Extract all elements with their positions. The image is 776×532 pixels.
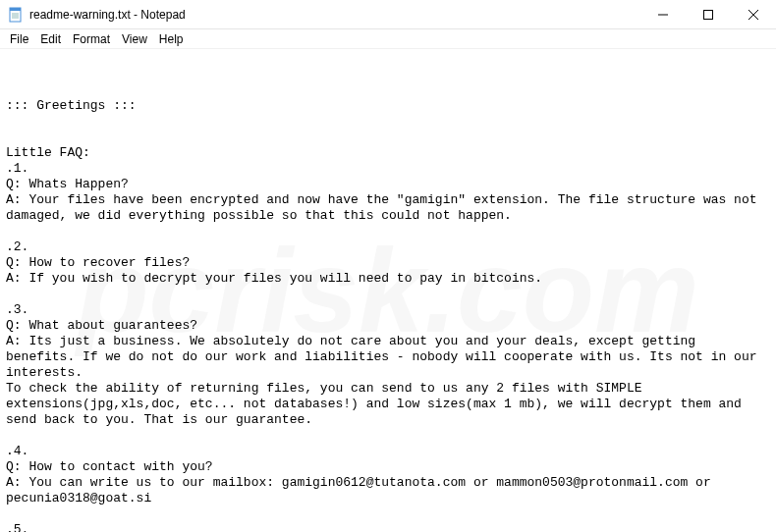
close-icon <box>748 10 758 20</box>
text-area[interactable]: pcrisk.com ::: Greetings ::: Little FAQ:… <box>0 49 776 532</box>
maximize-button[interactable] <box>686 0 731 29</box>
svg-rect-6 <box>704 11 713 20</box>
window-controls <box>640 0 776 28</box>
menu-format[interactable]: Format <box>67 30 116 48</box>
menubar: File Edit Format View Help <box>0 29 776 49</box>
close-button[interactable] <box>731 0 776 29</box>
titlebar-left: readme-warning.txt - Notepad <box>0 7 186 23</box>
maximize-icon <box>703 10 713 20</box>
titlebar: readme-warning.txt - Notepad <box>0 0 776 29</box>
menu-file[interactable]: File <box>4 30 34 48</box>
minimize-button[interactable] <box>640 0 686 29</box>
window-title: readme-warning.txt - Notepad <box>29 8 186 22</box>
menu-view[interactable]: View <box>116 30 153 48</box>
notepad-icon <box>8 7 24 23</box>
document-text: ::: Greetings ::: Little FAQ: .1. Q: Wha… <box>6 98 770 532</box>
minimize-icon <box>658 10 668 20</box>
menu-edit[interactable]: Edit <box>34 30 67 48</box>
menu-help[interactable]: Help <box>153 30 190 48</box>
svg-rect-1 <box>10 8 21 11</box>
